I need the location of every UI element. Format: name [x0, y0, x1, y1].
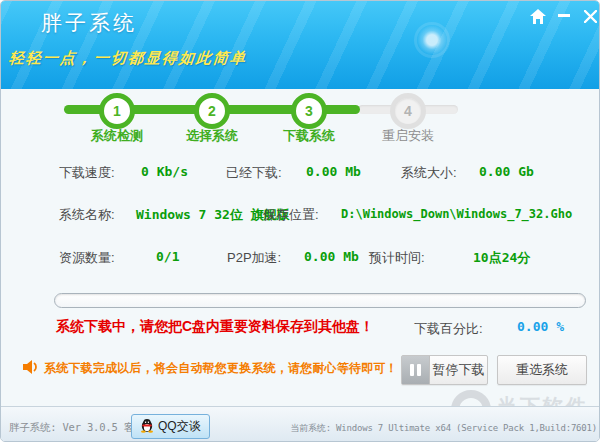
- app-title: 胖子系统: [41, 9, 137, 37]
- current-system-text: 当前系统: Windows 7 Ultimate x64 (Service Pa…: [290, 422, 597, 435]
- qq-chat-button[interactable]: QQ交谈: [131, 414, 210, 439]
- p2p-label: P2P加速:: [227, 249, 281, 267]
- pause-button-label: 暂停下载: [430, 361, 487, 379]
- step-circle-3: 3: [291, 93, 327, 129]
- close-button[interactable]: [579, 6, 600, 26]
- save-path-value: D:\Windows_Down\Windows_7_32.Gho: [341, 207, 572, 221]
- downloaded-value: 0.00 Mb: [306, 164, 361, 179]
- completion-notice-text: 系统下载完成以后，将会自动帮您更换系统，请您耐心等待即可！: [44, 360, 398, 377]
- pause-icon: [402, 356, 430, 384]
- step-label-reboot: 重启安装: [366, 127, 450, 145]
- step-label-download: 下载系统: [267, 127, 351, 145]
- speaker-icon: [22, 358, 40, 376]
- download-speed-label: 下载速度:: [59, 164, 115, 182]
- home-button[interactable]: [527, 6, 549, 26]
- download-progress-bar: [54, 293, 586, 308]
- step-label-detect: 系统检测: [75, 127, 159, 145]
- status-bar: 胖子系统: Ver 3.0.5 客服: QQ交谈 当前系统: Windows 7…: [1, 406, 600, 442]
- download-speed-value: 0 Kb/s: [141, 164, 188, 179]
- minimize-button[interactable]: [553, 6, 575, 26]
- qq-button-label: QQ交谈: [158, 418, 201, 435]
- minimize-icon: [558, 9, 570, 23]
- resources-label: 资源数量:: [59, 249, 115, 267]
- percent-value: 0.00 %: [517, 319, 564, 334]
- eta-value: 10点24分: [473, 249, 530, 267]
- home-icon: [530, 9, 546, 24]
- system-size-value: 0.00 Gb: [479, 164, 534, 179]
- qq-penguin-icon: [140, 418, 154, 436]
- reselect-system-button[interactable]: 重选系统: [497, 355, 587, 385]
- step-circle-2: 2: [194, 93, 230, 129]
- lens-flare-decoration: [417, 25, 447, 55]
- title-bar: 胖子系统 轻轻一点，一切都显得如此简单: [1, 1, 600, 89]
- downloaded-label: 已经下载:: [226, 164, 282, 182]
- save-path-label: 保存位置:: [263, 206, 319, 224]
- close-icon: [584, 10, 597, 23]
- version-text: 胖子系统: Ver 3.0.5 客服:: [9, 421, 150, 435]
- pause-download-button[interactable]: 暂停下载: [401, 355, 488, 385]
- p2p-value: 0.00 Mb: [304, 249, 359, 264]
- system-name-label: 系统名称:: [59, 206, 115, 224]
- step-label-select: 选择系统: [170, 127, 254, 145]
- app-slogan: 轻轻一点，一切都显得如此简单: [8, 49, 248, 68]
- percent-label: 下载百分比:: [414, 320, 483, 338]
- system-size-label: 系统大小:: [401, 164, 457, 182]
- step-circle-4: 4: [390, 93, 426, 129]
- reselect-button-label: 重选系统: [516, 361, 568, 379]
- app-window: 胖子系统 轻轻一点，一切都显得如此简单 1 2 3 4 系统检测 选择系统 下载…: [0, 0, 600, 442]
- download-warning-text: 系统下载中，请您把C盘内重要资料保存到其他盘！: [56, 318, 374, 336]
- eta-label: 预计时间:: [369, 249, 425, 267]
- resources-value: 0/1: [156, 249, 179, 264]
- step-circle-1: 1: [99, 93, 135, 129]
